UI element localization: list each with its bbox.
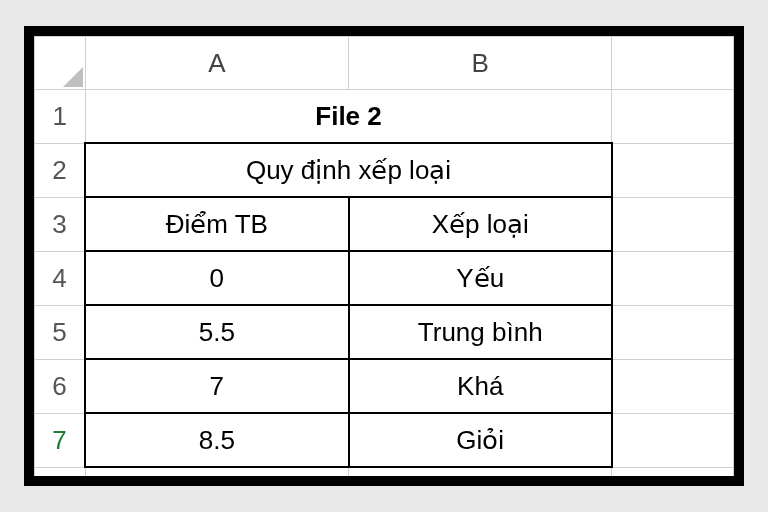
cell-c3[interactable] <box>612 197 734 251</box>
subtitle-cell[interactable]: Quy định xếp loại <box>85 143 612 197</box>
cell-b6[interactable]: Khá <box>349 359 612 413</box>
column-header-a[interactable]: A <box>85 37 348 90</box>
row-header-1[interactable]: 1 <box>35 90 86 144</box>
cell-b4[interactable]: Yếu <box>349 251 612 305</box>
cell-b8[interactable] <box>349 467 612 486</box>
cell-b5[interactable]: Trung bình <box>349 305 612 359</box>
cell-c7[interactable] <box>612 413 734 467</box>
select-all-corner[interactable] <box>35 37 86 90</box>
cell-a7[interactable]: 8.5 <box>85 413 348 467</box>
title-cell[interactable]: File 2 <box>85 90 612 144</box>
cell-a8[interactable] <box>85 467 348 486</box>
row-header-6[interactable]: 6 <box>35 359 86 413</box>
svg-marker-0 <box>63 67 83 87</box>
column-header-empty[interactable] <box>612 37 734 90</box>
row-header-4[interactable]: 4 <box>35 251 86 305</box>
header-b[interactable]: Xếp loại <box>349 197 612 251</box>
row-header-5[interactable]: 5 <box>35 305 86 359</box>
cell-c2[interactable] <box>612 143 734 197</box>
cell-c5[interactable] <box>612 305 734 359</box>
cell-c8[interactable] <box>612 467 734 486</box>
select-all-triangle-icon <box>63 67 83 87</box>
row-header-2[interactable]: 2 <box>35 143 86 197</box>
header-a[interactable]: Điểm TB <box>85 197 348 251</box>
cell-c1[interactable] <box>612 90 734 144</box>
spreadsheet-frame: A B 1 File 2 2 Quy định xếp loại 3 Điểm … <box>24 26 744 486</box>
spreadsheet-grid[interactable]: A B 1 File 2 2 Quy định xếp loại 3 Điểm … <box>34 36 734 486</box>
row-header-8[interactable] <box>35 467 86 486</box>
cell-c4[interactable] <box>612 251 734 305</box>
cell-c6[interactable] <box>612 359 734 413</box>
cell-b7[interactable]: Giỏi <box>349 413 612 467</box>
cell-a4[interactable]: 0 <box>85 251 348 305</box>
cell-a6[interactable]: 7 <box>85 359 348 413</box>
row-header-7[interactable]: 7 <box>35 413 86 467</box>
row-header-3[interactable]: 3 <box>35 197 86 251</box>
cell-a5[interactable]: 5.5 <box>85 305 348 359</box>
column-header-b[interactable]: B <box>349 37 612 90</box>
